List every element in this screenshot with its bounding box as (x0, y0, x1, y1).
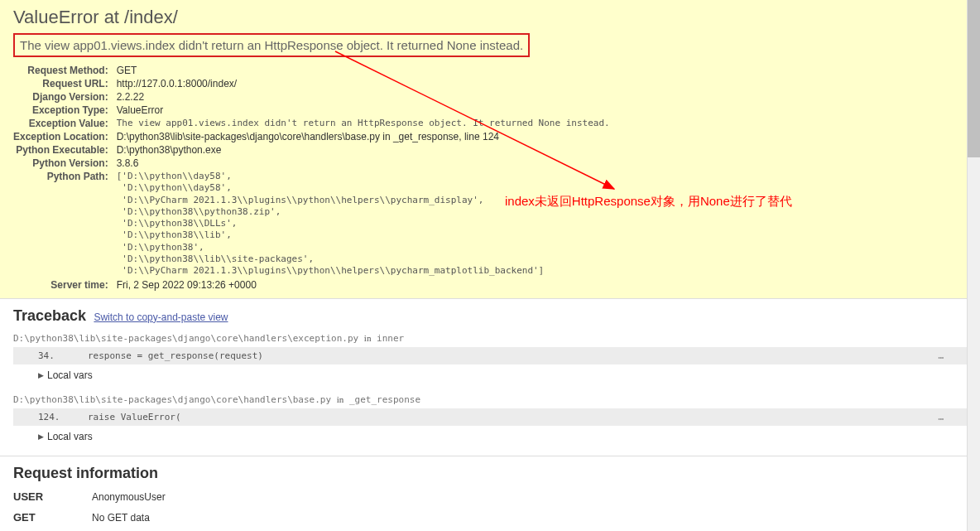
meta-label: Request Method: (13, 64, 117, 77)
meta-label: Python Version: (13, 157, 117, 170)
meta-value: ValueError (117, 104, 610, 117)
line-number: 34. (38, 350, 88, 361)
meta-label: Python Path: (13, 170, 117, 278)
traceback-frame: D:\python38\lib\site-packages\django\cor… (13, 330, 967, 386)
traceback-section: Traceback Switch to copy-and-paste view … (0, 299, 980, 456)
vertical-scrollbar[interactable] (967, 0, 980, 531)
meta-value: The view app01.views.index didn't return… (117, 117, 610, 130)
switch-view-link[interactable]: Switch to copy-and-paste view (94, 311, 228, 323)
code-line: response = get_response(request) (88, 350, 938, 361)
meta-label: Exception Location: (13, 130, 117, 143)
meta-value: ['D:\\python\\day58', 'D:\\python\\day58… (117, 170, 610, 278)
meta-value: 2.2.22 (117, 90, 610, 104)
error-highlight-box: The view app01.views.index didn't return… (13, 33, 530, 57)
meta-label: Exception Value: (13, 117, 117, 130)
line-number: 124. (38, 412, 88, 422)
meta-value: D:\python38\python.exe (117, 143, 610, 157)
request-info-row: USERAnonymousUser (13, 490, 967, 503)
local-vars-toggle[interactable]: ▶Local vars (13, 364, 967, 386)
request-info-section: Request information USERAnonymousUser GE… (0, 456, 980, 531)
local-vars-toggle[interactable]: ▶Local vars (13, 426, 967, 447)
frame-location: D:\python38\lib\site-packages\django\cor… (13, 391, 967, 408)
meta-value: 3.8.6 (117, 157, 610, 170)
request-meta-table: Request Method:GET Request URL:http://12… (13, 64, 610, 292)
req-key: USER (13, 490, 92, 503)
ellipsis-icon: … (938, 350, 942, 361)
code-line: raise ValueError( (88, 412, 938, 422)
error-summary: ValueError at /index/ The view app01.vie… (0, 0, 980, 299)
meta-value: D:\python38\lib\site-packages\django\cor… (117, 130, 610, 143)
triangle-right-icon: ▶ (38, 371, 44, 379)
code-context-row[interactable]: 124. raise ValueError( … (13, 408, 967, 426)
meta-value: Fri, 2 Sep 2022 09:13:26 +0000 (117, 278, 610, 292)
meta-label: Server time: (13, 278, 117, 292)
meta-label: Django Version: (13, 90, 117, 104)
meta-value: http://127.0.0.1:8000/index/ (117, 77, 610, 90)
traceback-title: Traceback (13, 307, 86, 325)
req-val: No GET data (92, 512, 150, 524)
frame-location: D:\python38\lib\site-packages\django\cor… (13, 330, 967, 347)
ellipsis-icon: … (938, 412, 942, 422)
annotation-text: index未返回HttpResponse对象，用None进行了替代 (505, 194, 792, 210)
req-val: AnonymousUser (92, 491, 166, 503)
page-title: ValueError at /index/ (13, 7, 967, 28)
meta-label: Request URL: (13, 77, 117, 90)
req-key: GET (13, 511, 92, 524)
meta-value: GET (117, 64, 610, 77)
scrollbar-thumb[interactable] (968, 0, 980, 157)
triangle-right-icon: ▶ (38, 432, 44, 441)
error-message: The view app01.views.index didn't return… (20, 38, 523, 52)
meta-label: Python Executable: (13, 143, 117, 157)
meta-label: Exception Type: (13, 104, 117, 117)
request-info-row: GETNo GET data (13, 511, 967, 524)
request-info-title: Request information (13, 465, 967, 482)
traceback-frame: D:\python38\lib\site-packages\django\cor… (13, 391, 967, 447)
code-context-row[interactable]: 34. response = get_response(request) … (13, 347, 967, 364)
